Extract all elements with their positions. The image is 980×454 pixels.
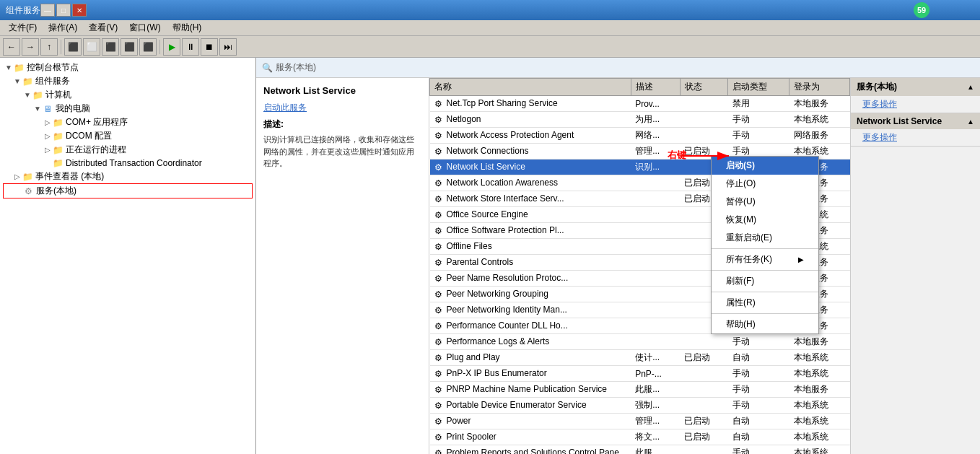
ctx-pause[interactable]: 暂停(U) [712, 193, 818, 211]
ctx-stop[interactable]: 停止(O) [712, 175, 818, 193]
service-name-cell: ⚙Network List Service [430, 160, 631, 175]
ctx-restart[interactable]: 重新启动(E) [712, 229, 818, 247]
table-header-row: 名称 描述 状态 启动类型 登录为 [430, 79, 850, 96]
toolbar-pause[interactable]: ⏸ [182, 38, 199, 56]
ctx-all-tasks[interactable]: 所有任务(K) ▶ [712, 250, 818, 269]
menu-help[interactable]: 帮助(H) [167, 20, 208, 35]
col-desc[interactable]: 描述 [631, 79, 680, 96]
toolbar-btn5[interactable]: ⬛ [139, 38, 157, 56]
actions-more-link-services[interactable]: 更多操作 [851, 96, 980, 113]
service-desc-cell [631, 302, 680, 318]
sidebar-item-computers[interactable]: ▼ 📁 计算机 [3, 88, 253, 102]
close-button[interactable]: ✕ [72, 4, 87, 17]
toolbar-up[interactable]: ↑ [40, 38, 58, 56]
table-row[interactable]: ⚙Performance Logs & Alerts手动本地服务 [430, 334, 850, 350]
folder-icon-dtc: 📁 [52, 157, 64, 169]
pc-icon-mypc: 🖥 [42, 103, 53, 115]
chevron-up-icon-nls[interactable]: ▲ [967, 118, 974, 126]
service-status-cell [680, 334, 728, 350]
service-name-cell: ⚙Office Source Engine [430, 207, 631, 223]
sidebar-item-services[interactable]: ⚙ 服务(本地) [3, 183, 253, 198]
toolbar-forward[interactable]: → [22, 38, 39, 56]
table-row[interactable]: ⚙Power管理...已启动自动本地系统 [430, 414, 850, 429]
table-row[interactable]: ⚙Print Spooler将文...已启动自动本地系统 [430, 429, 850, 445]
service-desc-cell [631, 271, 680, 287]
title-bar: 组件服务 59 — □ ✕ [0, 0, 980, 20]
sidebar-item-dtc[interactable]: 📁 Distributed Transaction Coordinator [3, 157, 253, 170]
folder-icon-running: 📁 [52, 144, 64, 156]
table-row[interactable]: ⚙Problem Reports and Solutions Control P… [430, 445, 850, 455]
sidebar-label-event: 事件查看器 (本地) [35, 170, 104, 183]
service-desc-cell [631, 287, 680, 302]
sidebar-item-dcom[interactable]: ▷ 📁 DCOM 配置 [3, 129, 253, 143]
sidebar-item-running[interactable]: ▷ 📁 正在运行的进程 [3, 143, 253, 157]
menu-view[interactable]: 查看(V) [83, 20, 123, 35]
toolbar-btn3[interactable]: ⬛ [102, 38, 119, 56]
service-name-cell: ⚙Performance Logs & Alerts [430, 334, 631, 350]
service-name-cell: ⚙Power [430, 414, 631, 429]
ctx-refresh[interactable]: 刷新(F) [712, 272, 818, 290]
table-row[interactable]: ⚙Network Access Protection Agent网络...手动网… [430, 128, 850, 144]
col-name[interactable]: 名称 [430, 79, 631, 96]
table-row[interactable]: ⚙PNRP Machine Name Publication Service此服… [430, 382, 850, 398]
sidebar-item-event[interactable]: ▷ 📁 事件查看器 (本地) [3, 170, 253, 183]
ctx-sep1 [712, 248, 818, 249]
col-logon[interactable]: 登录为 [789, 79, 850, 96]
service-startup-cell: 手动 [728, 128, 789, 144]
gear-icon-svc: ⚙ [22, 185, 34, 197]
service-name-cell: ⚙Problem Reports and Solutions Control P… [430, 445, 631, 455]
toolbar-btn1[interactable]: ⬛ [64, 38, 82, 56]
service-status-cell [680, 366, 728, 382]
menu-action[interactable]: 操作(A) [43, 20, 83, 35]
service-desc-cell: 管理... [631, 144, 680, 160]
tree-arrow-comp: ▼ [23, 91, 32, 99]
minimize-button[interactable]: — [40, 4, 55, 17]
toolbar-sep2 [159, 40, 160, 54]
submenu-arrow: ▶ [798, 256, 804, 263]
service-status-cell: 已启动 [680, 429, 728, 445]
detail-start-link[interactable]: 启动此服务 [263, 102, 421, 114]
actions-section-services: 服务(本地) ▲ 更多操作 [851, 78, 980, 113]
sidebar-item-component-services[interactable]: ▼ 📁 组件服务 [3, 74, 253, 88]
ctx-start[interactable]: 启动(S) [712, 157, 818, 175]
chevron-up-icon[interactable]: ▲ [967, 83, 974, 91]
service-name-cell: ⚙Network Access Protection Agent [430, 128, 631, 144]
menu-file[interactable]: 文件(F) [3, 20, 43, 35]
toolbar-btn4[interactable]: ⬛ [121, 38, 138, 56]
service-desc-cell: 此服... [631, 445, 680, 455]
actions-title-services: 服务(本地) ▲ [851, 78, 980, 96]
col-status[interactable]: 状态 [680, 79, 728, 96]
sidebar-item-root[interactable]: ▼ 📁 控制台根节点 [3, 61, 253, 74]
detail-desc-text: 识别计算机已连接的网络，收集和存储这些网络的属性，并在更改这些属性时通知应用程序… [263, 134, 421, 170]
table-row[interactable]: ⚙Plug and Play使计...已启动自动本地系统 [430, 350, 850, 366]
service-status-cell [680, 445, 728, 455]
ctx-help[interactable]: 帮助(H) [712, 315, 818, 333]
table-row[interactable]: ⚙PnP-X IP Bus EnumeratorPnP-...手动本地系统 [430, 366, 850, 382]
service-name-cell: ⚙Offline Files [430, 239, 631, 255]
sidebar-item-mypc[interactable]: ▼ 🖥 我的电脑 [3, 102, 253, 115]
service-status-cell [680, 96, 728, 112]
toolbar-btn2[interactable]: ⬜ [83, 38, 100, 56]
ctx-resume[interactable]: 恢复(M) [712, 211, 818, 229]
toolbar-restart[interactable]: ⏭ [219, 38, 237, 56]
table-row[interactable]: ⚙Net.Tcp Port Sharing ServiceProv...禁用本地… [430, 96, 850, 112]
col-startup[interactable]: 启动类型 [728, 79, 789, 96]
tree-arrow-mypc: ▼ [33, 105, 42, 113]
service-startup-cell: 手动 [728, 382, 789, 398]
context-menu: 启动(S) 停止(O) 暂停(U) 恢复(M) 重新启动(E) 所有任务(K) … [711, 156, 819, 334]
service-logon-cell: 本地系统 [789, 445, 850, 455]
ctx-properties[interactable]: 属性(R) [712, 294, 818, 312]
toolbar-stop[interactable]: ⏹ [201, 38, 218, 56]
toolbar-back[interactable]: ← [3, 38, 20, 56]
table-row[interactable]: ⚙Portable Device Enumerator Service强制...… [430, 398, 850, 414]
menu-window[interactable]: 窗口(W) [123, 20, 166, 35]
service-name-cell: ⚙PNRP Machine Name Publication Service [430, 382, 631, 398]
table-row[interactable]: ⚙Netlogon为用...手动本地系统 [430, 112, 850, 128]
maximize-button[interactable]: □ [56, 4, 71, 17]
actions-panel: 服务(本地) ▲ 更多操作 Network List Service ▲ 更多操… [850, 78, 980, 454]
actions-more-link-nls[interactable]: 更多操作 [851, 129, 980, 146]
sidebar-item-com[interactable]: ▷ 📁 COM+ 应用程序 [3, 115, 253, 129]
actions-title-nls: Network List Service ▲ [851, 113, 980, 129]
service-status-cell [680, 398, 728, 414]
toolbar-start[interactable]: ▶ [163, 38, 180, 56]
